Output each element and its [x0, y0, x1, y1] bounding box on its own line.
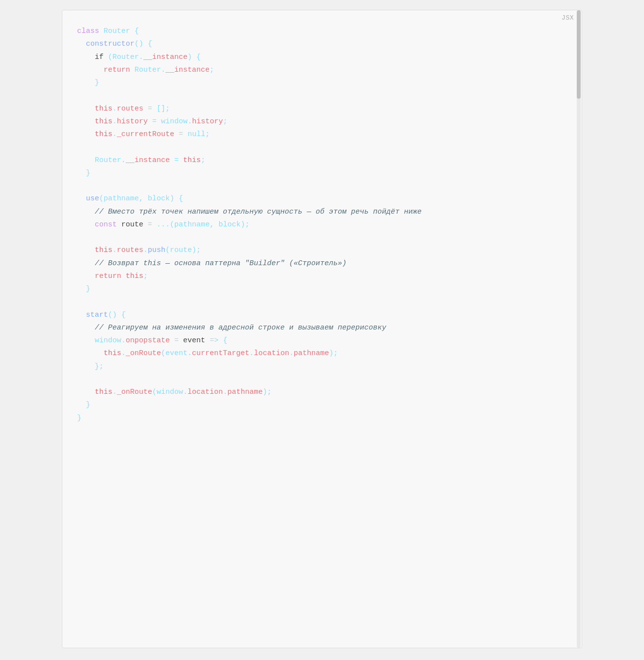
- code-block: class Router { constructor() { if (Route…: [62, 20, 582, 430]
- language-badge: JSX: [562, 14, 574, 22]
- code-container: JSX class Router { constructor() { if (R…: [62, 10, 582, 648]
- scrollbar-thumb[interactable]: [577, 10, 581, 99]
- scrollbar[interactable]: [577, 10, 581, 648]
